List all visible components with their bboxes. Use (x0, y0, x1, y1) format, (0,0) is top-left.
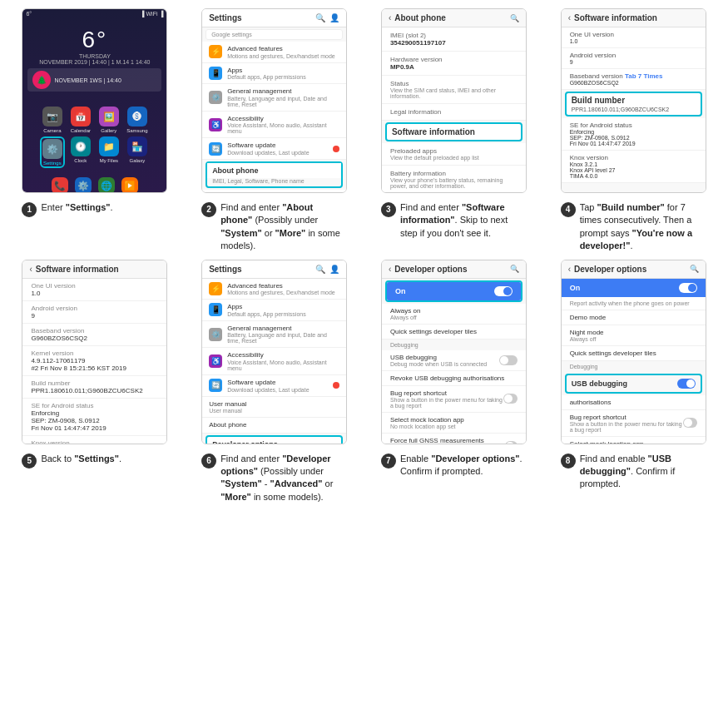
step-5-desc: 5 Back to "Settings". (22, 453, 167, 469)
general-icon: ⚙️ (209, 91, 222, 104)
step6-apps-icon: 📱 (209, 303, 222, 316)
software-info-highlight[interactable]: Software information (385, 122, 522, 141)
step-6-container: Settings 🔍 👤 ⚡ Advanced features Motions… (188, 260, 361, 504)
about-header: ‹ About phone 🔍 (382, 9, 526, 27)
step8-dev-title: Developer options (574, 265, 646, 274)
back-icon-7[interactable]: ‹ (389, 265, 391, 274)
on-toggle-row: On (387, 282, 521, 300)
about-search-icon[interactable]: 🔍 (510, 14, 519, 22)
step-3-container: ‹ About phone 🔍 IMEI (slot 2) 3542900511… (368, 8, 541, 253)
step6-update-badge (333, 382, 339, 389)
step8-authorisations: authorisations (562, 395, 706, 410)
step-4-desc: 4 Tap "Build number" for 7 times consecu… (561, 201, 706, 253)
update-text: Software update Download updates, Last u… (227, 141, 309, 156)
step6-search-icon[interactable]: 🔍 (315, 265, 325, 274)
step-5-text: Back to "Settings". (41, 453, 167, 465)
step6-accessibility: ♿ Accessibility Voice Assistant, Mono au… (202, 348, 346, 375)
step-num-3: 3 (381, 202, 396, 217)
step7-quick-tiles: Quick settings developer tiles (382, 325, 526, 340)
about-screen: ‹ About phone 🔍 IMEI (slot 2) 3542900511… (382, 9, 526, 192)
step8-bug-report: Bug report shortcut Show a button in the… (562, 410, 706, 437)
software-info-label: Software information (392, 127, 516, 136)
step-2-container: Settings 🔍 👤 Google settings ⚡ Advanced … (188, 8, 361, 253)
step-4-container: ‹ Software information One UI version 1.… (547, 8, 720, 253)
step-7-container: ‹ Developer options 🔍 On Always on Alwa (368, 260, 541, 504)
step6-general-icon: ⚙️ (209, 328, 222, 341)
step5-se: SE for Android status EnforcingSEP: ZM-0… (22, 399, 166, 436)
advanced-icon: ⚡ (209, 45, 222, 58)
step7-bug-label: Bug report shortcut Show a button in the… (390, 389, 503, 409)
software-screen-title: Software information (574, 13, 657, 22)
widget-text: NOVEMBER 1WS | 14:40 (54, 77, 121, 83)
about-phone-label: About phone (207, 163, 341, 178)
build-number-label: Build number (572, 96, 696, 105)
step6-apps: 📱 Apps Default apps, App permissions (202, 300, 346, 321)
on-toggle-highlight[interactable]: On (385, 280, 522, 302)
step-6-desc: 6 Find and enter "Developer options" (Po… (201, 453, 347, 504)
step5-android: Android version 9 (22, 301, 166, 324)
step7-gnss-label: Force full GNSS measurements Track all G… (390, 437, 505, 444)
preloaded-item: Preloaded apps View the default preloade… (382, 143, 526, 166)
home-screen: 6° ▐ WiFi ▐ 6° THURSDAYNOVEMBER 2019 | 1… (22, 9, 166, 192)
usb-debug-highlight[interactable]: USB debugging (565, 374, 702, 394)
step6-manual-text: User manual User manual (209, 400, 246, 414)
step8-search-icon[interactable]: 🔍 (690, 265, 699, 273)
about-phone-item2: About phone IMEI, Legal, Software, Phone… (202, 190, 346, 192)
developer-screen-7: ‹ Developer options 🔍 On Always on Alwa (382, 260, 526, 444)
step-1-desc: 1 Enter "Settings". (22, 201, 167, 217)
galaxy-store-icon: 🏪 Galaxy (125, 136, 150, 168)
usb-debug-toggle[interactable] (677, 379, 696, 389)
step7-gnss-toggle[interactable] (505, 441, 518, 444)
step7-mock-location: Select mock location app No mock locatio… (382, 413, 526, 434)
apps-text: Apps Default apps, App permissions (227, 67, 306, 81)
step-num-6: 6 (201, 454, 216, 469)
developer-screen-8: ‹ Developer options 🔍 On Report activity… (562, 260, 706, 444)
step6-profile-icon[interactable]: 👤 (329, 265, 339, 274)
back-icon-5[interactable]: ‹ (29, 265, 32, 274)
step6-settings-header: Settings 🔍 👤 (202, 260, 346, 279)
myfiles-icon-app: 📁 My Files (97, 136, 121, 168)
baseband-item: Baseband version Tab 7 Times G960BZOS6CS… (562, 69, 706, 90)
step6-software-update: 🔄 Software update Download updates, Last… (202, 375, 346, 397)
main-grid: 6° ▐ WiFi ▐ 6° THURSDAYNOVEMBER 2019 | 1… (0, 0, 728, 512)
dev-toggle-switch[interactable] (494, 286, 513, 296)
step8-quick-tiles: Quick settings developer tiles (562, 346, 706, 361)
step-5-container: ‹ Software information One UI version 1.… (8, 260, 181, 504)
step8-bug-label: Bug report shortcut Show a button in the… (570, 414, 683, 433)
step7-bug-knob (504, 394, 513, 403)
step-4-phone: ‹ Software information One UI version 1.… (561, 8, 706, 193)
google-settings-item: Google settings (206, 29, 343, 40)
step7-search-icon[interactable]: 🔍 (510, 265, 519, 273)
step6-about: About phone (202, 418, 346, 434)
software-screen: ‹ Software information One UI version 1.… (562, 9, 706, 192)
step8-bug-toggle[interactable] (683, 418, 697, 428)
step5-knox: Knox version Knox 3.2.1Knox API level 27… (22, 436, 166, 444)
about-phone-highlight[interactable]: About phone IMEI, Legal, Software, Phone… (206, 161, 343, 188)
search-icon[interactable]: 🔍 (315, 13, 325, 22)
step7-bug-toggle[interactable] (503, 394, 518, 404)
profile-icon[interactable]: 👤 (329, 13, 339, 22)
back-icon-8[interactable]: ‹ (568, 265, 571, 274)
back-arrow-icon-4[interactable]: ‹ (568, 13, 571, 22)
bottom-icon-2: ⚙️ (75, 177, 92, 193)
settings-app-icon[interactable]: ⚙️ Settings (40, 136, 65, 168)
step7-usb-toggle[interactable] (499, 355, 518, 365)
build-number-highlight[interactable]: Build number PPR1.180610.011;G960BZCU6CS… (565, 92, 702, 117)
step-8-phone: ‹ Developer options 🔍 On Report activity… (561, 260, 706, 444)
step-6-phone: Settings 🔍 👤 ⚡ Advanced features Motions… (201, 260, 347, 444)
toggle-knob (503, 287, 512, 295)
step8-bug-knob (684, 419, 692, 427)
update-sub: Download updates, Last update (227, 150, 309, 156)
step8-input-compat: Report activity when the phone goes on p… (562, 297, 706, 310)
back-arrow-icon[interactable]: ‹ (389, 13, 391, 22)
developer-options-highlight[interactable]: Developer options (206, 435, 343, 444)
step8-toggle-switch[interactable] (679, 283, 697, 293)
bottom-icon-1: 📞 (52, 177, 68, 193)
step8-toggle-knob (688, 284, 696, 292)
tab7times-label: Tab 7 Times (625, 72, 663, 80)
step5-software-panel: ‹ Software information One UI version 1.… (22, 260, 166, 444)
camera-icon-app: 📷 Camera (40, 107, 65, 133)
time-display: 6° (26, 11, 32, 17)
step-6-text: Find and enter "Developer options" (Poss… (220, 453, 347, 504)
step6-advanced: ⚡ Advanced features Motions and gestures… (202, 279, 346, 300)
